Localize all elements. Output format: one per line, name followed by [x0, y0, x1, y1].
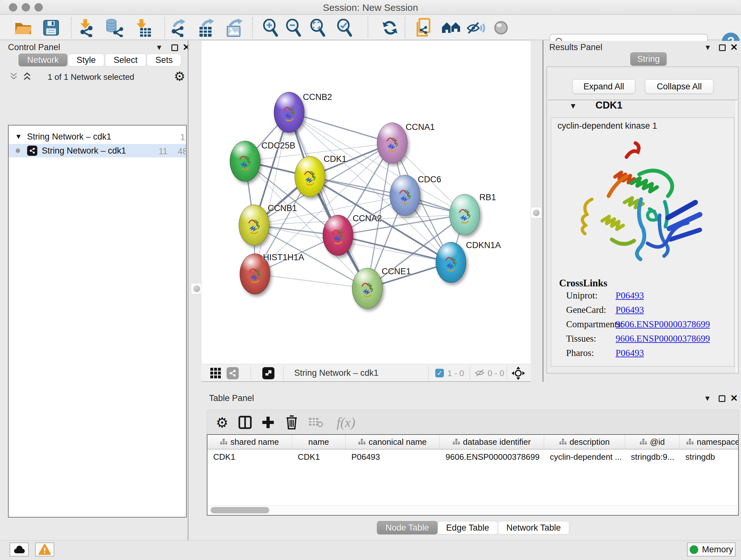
crosslink-link[interactable]: P06493 — [616, 290, 644, 301]
results-scrollbar-track[interactable] — [735, 100, 738, 373]
entry-expander-icon[interactable]: ▼ — [569, 102, 577, 111]
table-options-gear-icon[interactable]: ⚙ — [213, 413, 231, 432]
table-cell[interactable]: stringdb:9... — [625, 450, 680, 463]
share-icon — [229, 369, 237, 377]
table-hscrollbar-track[interactable] — [208, 505, 738, 514]
open-folder-icon — [14, 20, 33, 36]
crosslink-link[interactable]: 9606.ENSP00000378699 — [616, 333, 710, 344]
network-canvas[interactable]: CCNB2 CCNA1 CDC25B CDK1 CDC6 RB1 CCNB1 C… — [201, 41, 531, 364]
network-options-gear-icon[interactable]: ⚙ — [174, 69, 185, 84]
control-panel-float-button[interactable] — [172, 44, 178, 52]
node-ccnb2[interactable] — [274, 92, 305, 133]
delete-table-button[interactable] — [307, 413, 325, 432]
table-row[interactable]: CDK1CDK1P064939606.ENSP00000378699cyclin… — [207, 450, 739, 463]
cloud-status-button[interactable] — [10, 543, 29, 557]
zoom-out-button[interactable] — [283, 18, 304, 37]
node-cdc25b[interactable] — [230, 141, 260, 182]
node-ccne1[interactable] — [352, 268, 383, 309]
memory-button[interactable]: Memory — [687, 543, 736, 557]
zoom-in-button[interactable] — [260, 18, 281, 37]
column-header-name[interactable]: name — [292, 435, 346, 449]
import-table-button[interactable] — [133, 18, 153, 37]
node-cdkn1a[interactable] — [435, 242, 466, 283]
column-header-namespace[interactable]: namespace — [680, 435, 739, 449]
tab-string[interactable]: String — [630, 52, 667, 66]
show-hidden-button[interactable] — [491, 18, 511, 37]
results-panel-float-button[interactable] — [719, 44, 726, 52]
table-cell[interactable]: cyclin-dependent ... — [544, 450, 625, 463]
results-panel-close-button[interactable]: ✕ — [730, 42, 738, 53]
import-network-button[interactable] — [76, 18, 96, 37]
status-bar: Memory — [0, 540, 741, 560]
show-all-nodes-button[interactable] — [441, 18, 461, 37]
export-table-button[interactable] — [197, 18, 217, 37]
crosslink-link[interactable]: P06493 — [616, 305, 644, 315]
tab-style[interactable]: Style — [68, 54, 105, 66]
table-panel-menu-arrow[interactable]: ▾ — [705, 393, 710, 403]
delete-column-button[interactable] — [282, 413, 301, 432]
tab-network-table[interactable]: Network Table — [498, 521, 569, 535]
birds-eye-view-button[interactable] — [262, 367, 274, 379]
table-cell[interactable]: stringdb — [680, 450, 739, 463]
create-column-button[interactable] — [259, 413, 277, 432]
table-cell[interactable]: CDK1 — [292, 450, 346, 463]
collapse-all-button[interactable]: Collapse All — [645, 79, 714, 94]
node-rb1[interactable] — [449, 194, 480, 235]
collapse-all-tree-button[interactable] — [9, 71, 18, 81]
network-collection-row[interactable]: ▼ String Network – cdk1 — [9, 130, 186, 143]
function-builder-button[interactable]: f(x) — [332, 413, 360, 432]
expand-all-button[interactable]: Expand All — [572, 79, 635, 94]
left-splitter-handle[interactable] — [191, 283, 202, 294]
warning-status-button[interactable] — [35, 543, 54, 557]
table-panel-close-button[interactable]: ✕ — [730, 393, 738, 403]
results-panel-menu-arrow[interactable]: ▾ — [705, 42, 710, 52]
crosslink-link[interactable]: P06493 — [616, 348, 644, 358]
control-panel-menu-arrow[interactable]: ▾ — [157, 42, 161, 52]
table-cell[interactable]: CDK1 — [207, 450, 292, 463]
clone-network-button[interactable] — [414, 18, 434, 37]
network-share-view-button[interactable] — [226, 367, 239, 379]
warning-icon — [38, 544, 51, 555]
right-splitter-handle[interactable] — [530, 207, 542, 219]
tab-select[interactable]: Select — [105, 54, 146, 66]
tab-network[interactable]: Network — [18, 54, 67, 66]
node-ccnb1[interactable] — [239, 205, 269, 246]
open-session-button[interactable] — [13, 18, 34, 37]
column-header-canonical-name[interactable]: canonical name — [346, 435, 440, 449]
column-header--id[interactable]: @id — [625, 435, 680, 449]
crosslink-link[interactable]: 9606.ENSP00000378699 — [616, 319, 710, 329]
network-node-count: 11 — [158, 146, 167, 157]
import-network-from-database-button[interactable] — [104, 18, 125, 37]
column-header-database-identifier[interactable]: database identifier — [440, 435, 544, 449]
zoom-fit-button[interactable] — [308, 18, 328, 37]
tab-edge-table[interactable]: Edge Table — [437, 521, 498, 535]
collection-expander-icon[interactable]: ▼ — [15, 132, 22, 141]
hide-selected-button[interactable] — [465, 18, 486, 37]
tab-sets[interactable]: Sets — [147, 54, 181, 66]
node-ccna2[interactable] — [323, 215, 353, 256]
selected-checkbox-icon[interactable]: ✓ — [435, 369, 444, 377]
control-panel-close-button[interactable]: ✕ — [183, 42, 190, 53]
pan-crosshair-button[interactable] — [511, 366, 525, 380]
column-header-shared-name[interactable]: shared name — [207, 435, 292, 449]
export-network-button[interactable] — [169, 18, 189, 37]
expand-all-tree-button[interactable] — [22, 71, 32, 81]
grid-view-button[interactable] — [210, 368, 221, 379]
eye-slash-icon — [466, 20, 485, 36]
tab-node-table[interactable]: Node Table — [377, 521, 437, 535]
show-columns-button[interactable] — [236, 413, 254, 432]
table-panel-float-button[interactable] — [719, 395, 725, 403]
refresh-button[interactable] — [380, 18, 400, 37]
node-ccna1[interactable] — [377, 123, 408, 164]
node-cdk1[interactable] — [294, 156, 325, 197]
export-image-button[interactable] — [225, 18, 245, 37]
table-cell[interactable]: P06493 — [346, 450, 440, 463]
control-panel-splitter[interactable] — [188, 40, 189, 560]
table-cell[interactable]: 9606.ENSP00000378699 — [440, 450, 544, 463]
save-session-button[interactable] — [41, 18, 61, 37]
trash-icon — [286, 415, 298, 429]
zoom-selected-button[interactable] — [334, 18, 355, 37]
column-header-description[interactable]: description — [544, 435, 625, 449]
table-hscrollbar-thumb[interactable] — [211, 507, 269, 513]
node-cdc6[interactable] — [390, 175, 420, 216]
